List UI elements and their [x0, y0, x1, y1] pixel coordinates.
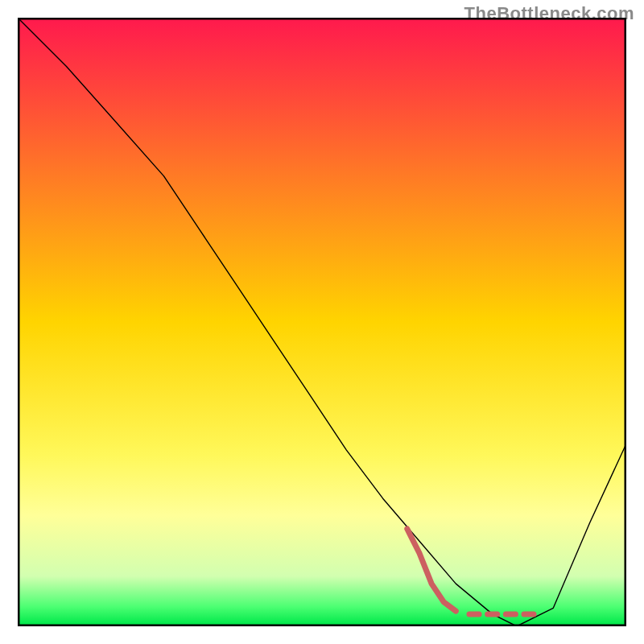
gradient-background [19, 19, 625, 625]
chart-svg [18, 18, 626, 626]
plot-area [18, 18, 626, 626]
chart-stage: TheBottleneck.com [0, 0, 644, 644]
